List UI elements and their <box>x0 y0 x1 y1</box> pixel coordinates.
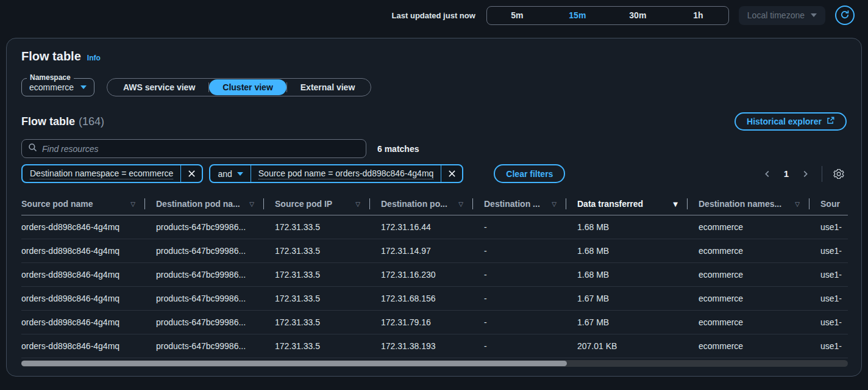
cell: 172.31.33.5 <box>275 239 381 262</box>
divider <box>369 198 370 209</box>
time-range-5m[interactable]: 5m <box>487 7 547 24</box>
table-row: orders-dd898c846-4g4mqproducts-647bc9998… <box>21 239 848 262</box>
close-icon[interactable] <box>441 165 462 182</box>
cell: orders-dd898c846-4g4mq <box>21 334 156 358</box>
cell: products-647bc99986... <box>156 215 275 239</box>
sort-icon: ▽ <box>795 200 800 207</box>
column-header-destination-pod-name[interactable]: Destination pod na...▽ <box>156 193 275 215</box>
filter-token-value[interactable]: Source pod name = orders-dd898c846-4g4mq <box>251 165 441 182</box>
cell: ecommerce <box>699 310 820 334</box>
last-updated-text: Last updated just now <box>392 11 475 20</box>
divider <box>566 198 566 209</box>
time-range-control: 5m 15m 30m 1h <box>486 6 729 25</box>
cell: 172.31.38.193 <box>381 334 484 358</box>
sort-icon: ▽ <box>355 200 360 207</box>
cell: ecommerce <box>699 215 820 239</box>
table-row: orders-dd898c846-4g4mqproducts-647bc9998… <box>21 310 848 334</box>
column-header-destination-namespace[interactable]: Destination names...▽ <box>699 193 820 215</box>
cell: - <box>484 262 577 286</box>
search-field <box>21 139 366 158</box>
column-header-destination[interactable]: Destination ...▽ <box>484 193 577 215</box>
filter-operator-dropdown[interactable]: and <box>210 165 250 182</box>
tab-cluster-view[interactable]: Cluster view <box>209 79 286 95</box>
cell: - <box>484 215 577 239</box>
previous-page-button[interactable] <box>760 166 775 182</box>
divider <box>822 166 822 182</box>
filter-operator-label: and <box>218 169 232 179</box>
current-page[interactable]: 1 <box>779 168 794 179</box>
cell: 172.31.33.5 <box>275 310 381 334</box>
sort-icon: ▽ <box>458 200 463 207</box>
timezone-label: Local timezone <box>747 10 805 20</box>
filter-token-destination-namespace: Destination namespace = ecommerce <box>21 164 203 183</box>
clear-filters-button[interactable]: Clear filters <box>494 164 565 183</box>
cell: use1- <box>820 215 848 239</box>
cell: products-647bc99986... <box>156 239 275 262</box>
settings-gear-icon[interactable] <box>831 166 847 182</box>
cell: orders-dd898c846-4g4mq <box>21 286 156 310</box>
external-link-icon <box>827 117 834 126</box>
cell: 172.31.79.16 <box>381 310 484 334</box>
caret-down-icon <box>80 85 87 89</box>
divider <box>144 198 145 209</box>
table-row: orders-dd898c846-4g4mqproducts-647bc9998… <box>21 215 848 239</box>
view-segmented-control: AWS service view Cluster view External v… <box>107 78 371 96</box>
column-header-data-transferred[interactable]: Data transferred▼ <box>577 193 699 215</box>
cell: 172.31.33.5 <box>275 262 381 286</box>
cell: orders-dd898c846-4g4mq <box>21 262 156 286</box>
cell: orders-dd898c846-4g4mq <box>21 239 156 262</box>
next-page-button[interactable] <box>797 166 813 182</box>
timezone-dropdown[interactable]: Local timezone <box>739 6 825 25</box>
cell: 172.31.16.44 <box>381 215 484 239</box>
historical-explorer-button[interactable]: Historical explorer <box>735 112 847 131</box>
cell: use1- <box>820 239 848 262</box>
historical-explorer-label: Historical explorer <box>747 117 822 126</box>
time-range-15m[interactable]: 15m <box>547 7 608 24</box>
flow-table-panel: Flow table Info Namespace ecommerce AWS … <box>6 38 862 377</box>
top-bar: Last updated just now 5m 15m 30m 1h Loca… <box>0 0 868 38</box>
table-header-row: Source pod name▽ Destination pod na...▽ … <box>21 193 848 215</box>
search-icon <box>28 143 37 154</box>
filter-token-source-pod-name: and Source pod name = orders-dd898c846-4… <box>209 164 463 183</box>
cell: products-647bc99986... <box>156 334 275 358</box>
page-title: Flow table <box>21 49 81 63</box>
refresh-button[interactable] <box>835 5 855 25</box>
caret-down-icon <box>237 172 243 176</box>
cell: 1.67 MB <box>577 310 699 334</box>
time-range-30m[interactable]: 30m <box>608 7 668 24</box>
cell: use1- <box>820 334 848 358</box>
divider <box>809 198 809 209</box>
cell: 1.67 MB <box>577 286 699 310</box>
column-header-source-pod-ip[interactable]: Source pod IP▽ <box>275 193 381 215</box>
column-header-source[interactable]: Sour <box>820 193 848 215</box>
tab-aws-service-view[interactable]: AWS service view <box>110 79 208 95</box>
table-row-count: (164) <box>79 115 104 128</box>
cell: ecommerce <box>699 334 820 358</box>
column-header-destination-pod-ip[interactable]: Destination po...▽ <box>381 193 484 215</box>
time-range-1h[interactable]: 1h <box>668 7 728 24</box>
chevron-down-icon <box>811 13 817 17</box>
cell: ecommerce <box>699 239 820 262</box>
horizontal-scrollbar-track[interactable] <box>21 360 848 367</box>
table-row: orders-dd898c846-4g4mqproducts-647bc9998… <box>21 334 848 358</box>
cell: use1- <box>820 286 848 310</box>
sort-icon: ▽ <box>552 200 557 207</box>
close-icon[interactable] <box>181 165 202 182</box>
cell: products-647bc99986... <box>156 262 275 286</box>
tab-external-view[interactable]: External view <box>287 79 369 95</box>
column-header-source-pod-name[interactable]: Source pod name▽ <box>21 193 156 215</box>
cell: - <box>484 286 577 310</box>
sort-icon: ▽ <box>130 200 135 207</box>
pagination: 1 <box>760 166 847 182</box>
cell: - <box>484 334 577 358</box>
namespace-select[interactable]: Namespace ecommerce <box>21 78 94 96</box>
horizontal-scrollbar-thumb[interactable] <box>21 361 567 366</box>
sort-icon: ▽ <box>249 200 254 207</box>
cell: 172.31.33.5 <box>275 286 381 310</box>
info-link[interactable]: Info <box>87 54 101 62</box>
table-row: orders-dd898c846-4g4mqproducts-647bc9998… <box>21 262 848 286</box>
search-input[interactable] <box>42 144 360 154</box>
divider <box>687 198 688 209</box>
cell: products-647bc99986... <box>156 286 275 310</box>
filter-token-value[interactable]: Destination namespace = ecommerce <box>23 165 180 182</box>
